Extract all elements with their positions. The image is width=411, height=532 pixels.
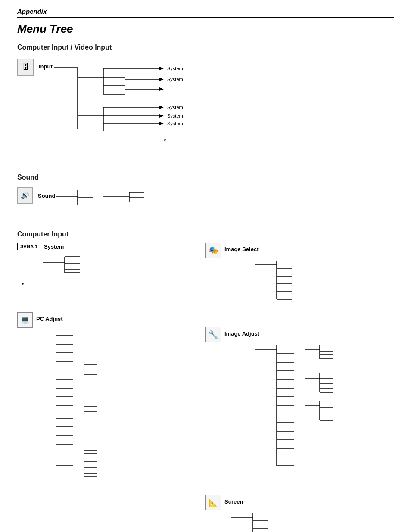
svg-marker-18 bbox=[159, 87, 164, 91]
computer-video-input-tree: 🎛 Input System System bbox=[17, 56, 394, 165]
svg-marker-32 bbox=[159, 122, 164, 125]
screen-icon: 📐 bbox=[206, 495, 221, 510]
svg-text:System: System bbox=[167, 77, 183, 82]
svg-marker-29 bbox=[159, 114, 164, 118]
svg-text:System: System bbox=[167, 105, 183, 110]
svg-text:🔊: 🔊 bbox=[21, 191, 29, 199]
page-header: Appendix bbox=[17, 8, 394, 18]
page-title: Menu Tree bbox=[17, 22, 394, 36]
system-row: SVGA 1 System bbox=[17, 243, 206, 250]
svg-text:System: System bbox=[167, 66, 183, 71]
svg-marker-15 bbox=[159, 78, 164, 81]
image-adjust-tree-svg bbox=[206, 345, 365, 487]
svg-text:System: System bbox=[167, 113, 183, 118]
pc-adjust-tree-svg bbox=[17, 328, 181, 492]
image-select-tree-svg bbox=[206, 261, 335, 312]
pc-adjust-icon: 💻 bbox=[17, 312, 33, 328]
section-heading-sound: Sound bbox=[17, 174, 394, 181]
screen-label: Screen bbox=[224, 498, 243, 505]
svg-text:System: System bbox=[167, 121, 183, 126]
sound-tree: 🔊 Sound bbox=[17, 186, 394, 222]
svg-text:Input: Input bbox=[39, 63, 53, 70]
image-select-icon: 🎭 bbox=[206, 243, 221, 258]
pc-adjust-label: PC Adjust bbox=[36, 316, 63, 322]
screen-tree-svg bbox=[206, 513, 313, 532]
system-tree-svg: * bbox=[17, 255, 181, 306]
system-label: System bbox=[44, 243, 64, 250]
image-adjust-row: 🔧 Image Adjust bbox=[206, 327, 394, 342]
svga-label: SVGA 1 bbox=[17, 243, 40, 250]
svg-text:*: * bbox=[22, 282, 24, 288]
image-adjust-label: Image Adjust bbox=[224, 330, 259, 337]
pc-adjust-row: 💻 PC Adjust bbox=[17, 312, 206, 328]
appendix-label: Appendix bbox=[17, 8, 47, 15]
computer-video-tree-svg: 🎛 Input System System bbox=[17, 56, 392, 163]
svg-marker-12 bbox=[159, 67, 164, 70]
section-heading-computer-input: Computer Input bbox=[17, 230, 394, 238]
screen-row: 📐 Screen bbox=[206, 495, 394, 510]
svg-marker-26 bbox=[159, 106, 164, 109]
svg-text:🎛: 🎛 bbox=[22, 62, 29, 71]
computer-input-right: 🎭 Image Select 🔧 Im bbox=[206, 243, 394, 532]
computer-input-left: SVGA 1 System * 💻 PC Adjust bbox=[17, 243, 206, 532]
computer-input-section: SVGA 1 System * 💻 PC Adjust bbox=[17, 243, 394, 532]
svg-text:*: * bbox=[164, 137, 166, 144]
svg-text:Sound: Sound bbox=[38, 193, 55, 199]
sound-tree-svg: 🔊 Sound bbox=[17, 186, 190, 220]
image-select-label: Image Select bbox=[224, 246, 259, 252]
section-heading-computer-video: Computer Input / Video Input bbox=[17, 44, 394, 51]
image-adjust-icon: 🔧 bbox=[206, 327, 221, 342]
image-select-row: 🎭 Image Select bbox=[206, 243, 394, 258]
